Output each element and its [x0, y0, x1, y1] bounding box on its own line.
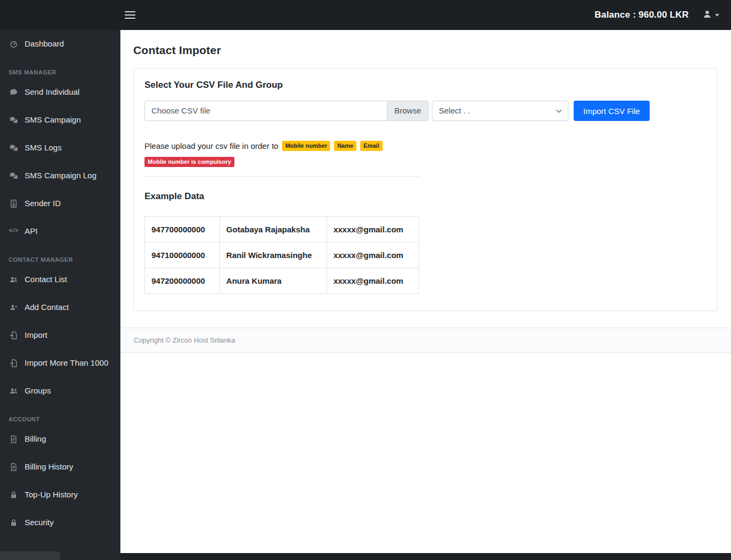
lock-icon [9, 491, 18, 499]
comments-icon [9, 144, 18, 152]
sidebar-item-label: SMS Campaign Log [25, 169, 96, 182]
compulsory-warning-badge: Mobile number is compulsory [144, 157, 234, 167]
sidebar-item-label: Import [25, 329, 48, 342]
sidebar-item-label: Contact List [25, 273, 67, 286]
example-data-table: 947700000000 Gotabaya Rajapaksha xxxxx@g… [144, 216, 419, 294]
sidebar-item-security[interactable]: Security [0, 509, 120, 536]
upload-note: Please upload your csv file in order to … [144, 141, 706, 151]
user-menu[interactable] [703, 10, 719, 21]
sidebar-item-label: Billing History [25, 460, 73, 473]
cell-email: xxxxx@gmail.com [327, 268, 419, 294]
lock-icon [9, 519, 18, 527]
main-content: Contact Impoter Select Your CSV File And… [120, 30, 731, 560]
table-row: 947100000000 Ranil Wickramasinghe xxxxx@… [145, 243, 419, 268]
sidebar-item-sms-logs[interactable]: SMS Logs [0, 134, 120, 162]
file-import-icon [9, 359, 18, 367]
invoice-icon [9, 463, 18, 471]
user-plus-icon [9, 304, 18, 312]
sidebar-item-label: Send Individual [25, 86, 80, 99]
page-footer: Copyright © Zircon Host Srilanka [120, 328, 731, 353]
sidebar-item-top-up-history[interactable]: Top-Up History [0, 481, 120, 509]
cell-phone: 947200000000 [145, 268, 220, 294]
import-controls-row: Choose CSV file Browse Select . . Import… [144, 101, 706, 121]
sidebar-item-send-individual[interactable]: Send Individual [0, 78, 120, 106]
cell-name: Ranil Wickramasinghe [219, 243, 326, 268]
cell-phone: 947700000000 [145, 217, 220, 243]
sidebar-item-label: Billing [25, 433, 46, 445]
comments-icon [9, 172, 18, 180]
csv-file-input[interactable]: Choose CSV file Browse [144, 101, 429, 121]
caret-down-icon [715, 14, 719, 17]
user-icon [703, 10, 712, 21]
copyright-text: Copyright © Zircon Host Srilanka [134, 336, 235, 344]
sidebar-item-label: Security [25, 516, 54, 529]
csv-file-input-value[interactable]: Choose CSV file [145, 101, 387, 120]
table-row: 947700000000 Gotabaya Rajapaksha xxxxx@g… [145, 217, 419, 243]
table-row: 947200000000 Anura Kumara xxxxx@gmail.co… [145, 268, 419, 294]
sidebar-item-label: Dashboard [25, 37, 64, 50]
sidebar-item-label: SMS Logs [25, 141, 62, 154]
users-icon [9, 387, 18, 395]
sidebar-item-dashboard[interactable]: Dashboard [0, 30, 120, 58]
sidebar-item-label: API [25, 225, 37, 238]
invoice-icon [9, 435, 18, 443]
sidebar-item-api[interactable]: </> API [0, 217, 120, 245]
group-select-value: Select . . [439, 106, 470, 115]
id-badge-icon [9, 200, 18, 208]
sidebar-section-sms-manager: SMS MANAGER [0, 58, 120, 78]
sidebar-item-label: SMS Campaign [25, 113, 81, 126]
sidebar-item-billing-history[interactable]: Billing History [0, 453, 120, 481]
sidebar-item-label: Groups [25, 384, 51, 397]
comment-icon [9, 88, 18, 96]
upload-note-text: Please upload your csv file in order to [144, 141, 278, 150]
topbar: Balance : 960.00 LKR [0, 0, 731, 30]
cell-phone: 947100000000 [145, 243, 220, 268]
file-import-icon [9, 331, 18, 339]
sidebar-item-label: Top-Up History [25, 488, 78, 501]
code-icon: </> [9, 226, 18, 236]
sidebar-item-sms-campaign-log[interactable]: SMS Campaign Log [0, 162, 120, 190]
import-card: Select Your CSV File And Group Choose CS… [133, 68, 718, 311]
sidebar-item-sender-id[interactable]: Sender ID [0, 190, 120, 217]
hamburger-icon[interactable] [125, 9, 135, 21]
sidebar-item-label: Sender ID [25, 197, 61, 210]
group-select[interactable]: Select . . [432, 101, 568, 121]
badge-email: Email [360, 141, 382, 151]
sidebar-item-add-contact[interactable]: Add Contact [0, 293, 120, 321]
sidebar-item-import-more-than-1000[interactable]: Import More Than 1000 [0, 349, 120, 377]
sidebar-item-billing[interactable]: Billing [0, 425, 120, 453]
users-icon [9, 276, 18, 284]
chevron-down-icon [557, 108, 562, 113]
cell-name: Anura Kumara [219, 268, 326, 294]
sidebar: Dashboard SMS MANAGER Send Individual SM… [0, 30, 120, 560]
card-heading: Select Your CSV File And Group [144, 80, 706, 90]
page-title: Contact Impoter [133, 44, 718, 57]
balance-text: Balance : 960.00 LKR [595, 10, 689, 20]
bottom-bar [120, 553, 731, 560]
badge-mobile-number: Mobile number [282, 141, 330, 151]
dashboard-icon [9, 40, 18, 48]
divider [144, 176, 420, 177]
example-data-heading: Example Data [144, 191, 706, 202]
sidebar-item-groups[interactable]: Groups [0, 377, 120, 405]
cell-email: xxxxx@gmail.com [327, 243, 419, 268]
sidebar-collapse-toggle[interactable] [0, 551, 60, 560]
sidebar-section-contact-manager: CONTACT MANAGER [0, 245, 120, 266]
page: Balance : 960.00 LKR Dashboard SMS MANAG… [0, 0, 731, 560]
cell-email: xxxxx@gmail.com [327, 217, 419, 243]
comments-icon [9, 116, 18, 124]
browse-button[interactable]: Browse [387, 101, 428, 120]
import-csv-button[interactable]: Import CSV File [574, 101, 650, 121]
sidebar-item-label: Add Contact [25, 301, 69, 314]
sidebar-item-sms-campaign[interactable]: SMS Campaign [0, 106, 120, 134]
badge-name: Name [334, 141, 356, 151]
sidebar-section-account: ACCOUNT [0, 405, 120, 425]
sidebar-item-import[interactable]: Import [0, 321, 120, 349]
cell-name: Gotabaya Rajapaksha [219, 217, 326, 243]
sidebar-item-contact-list[interactable]: Contact List [0, 266, 120, 293]
sidebar-item-label: Import More Than 1000 [25, 357, 108, 369]
